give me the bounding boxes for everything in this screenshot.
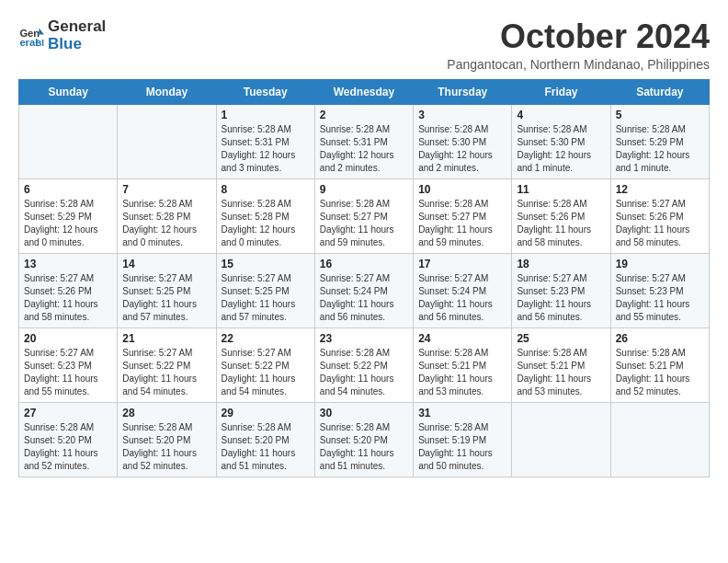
day-number: 18 (517, 258, 605, 270)
day-number: 29 (222, 407, 310, 419)
calendar-cell: 7Sunrise: 5:28 AM Sunset: 5:28 PM Daylig… (118, 178, 216, 253)
day-number: 2 (320, 109, 408, 121)
day-detail: Sunrise: 5:28 AM Sunset: 5:27 PM Dayligh… (320, 198, 408, 249)
day-number: 3 (418, 109, 506, 121)
calendar-cell: 4Sunrise: 5:28 AM Sunset: 5:30 PM Daylig… (512, 104, 610, 178)
day-detail: Sunrise: 5:27 AM Sunset: 5:25 PM Dayligh… (222, 272, 310, 324)
logo-icon: Gen eral Blue (18, 23, 44, 49)
calendar-cell: 19Sunrise: 5:27 AM Sunset: 5:23 PM Dayli… (610, 253, 709, 327)
day-number: 16 (320, 258, 408, 270)
day-number: 27 (24, 407, 112, 419)
calendar-cell: 27Sunrise: 5:28 AM Sunset: 5:20 PM Dayli… (19, 402, 118, 477)
logo: Gen eral Blue General Blue (18, 18, 106, 52)
day-number: 9 (320, 183, 408, 196)
day-detail: Sunrise: 5:28 AM Sunset: 5:21 PM Dayligh… (616, 347, 704, 398)
weekday-header-thursday: Thursday (414, 79, 512, 104)
day-detail: Sunrise: 5:27 AM Sunset: 5:22 PM Dayligh… (222, 347, 310, 398)
day-number: 20 (24, 332, 112, 345)
calendar-cell: 12Sunrise: 5:27 AM Sunset: 5:26 PM Dayli… (610, 178, 709, 253)
day-number: 14 (122, 258, 210, 270)
calendar-cell: 8Sunrise: 5:28 AM Sunset: 5:28 PM Daylig… (216, 178, 314, 253)
title-area: October 2024 Pangantocan, Northern Minda… (447, 18, 710, 72)
calendar-cell: 22Sunrise: 5:27 AM Sunset: 5:22 PM Dayli… (216, 327, 314, 402)
calendar-cell: 3Sunrise: 5:28 AM Sunset: 5:30 PM Daylig… (414, 104, 512, 178)
day-detail: Sunrise: 5:27 AM Sunset: 5:24 PM Dayligh… (418, 272, 506, 324)
day-detail: Sunrise: 5:27 AM Sunset: 5:22 PM Dayligh… (122, 347, 210, 398)
calendar-week-row: 27Sunrise: 5:28 AM Sunset: 5:20 PM Dayli… (19, 402, 710, 477)
day-detail: Sunrise: 5:27 AM Sunset: 5:26 PM Dayligh… (616, 198, 704, 249)
calendar-cell: 18Sunrise: 5:27 AM Sunset: 5:23 PM Dayli… (512, 253, 610, 327)
day-detail: Sunrise: 5:28 AM Sunset: 5:21 PM Dayligh… (517, 347, 605, 398)
day-number: 15 (222, 258, 310, 270)
day-detail: Sunrise: 5:28 AM Sunset: 5:29 PM Dayligh… (24, 198, 112, 249)
page-header: Gen eral Blue General Blue October 2024 … (18, 18, 710, 72)
calendar-cell: 30Sunrise: 5:28 AM Sunset: 5:20 PM Dayli… (314, 402, 413, 477)
day-detail: Sunrise: 5:27 AM Sunset: 5:26 PM Dayligh… (24, 272, 112, 324)
svg-text:Blue: Blue (35, 38, 44, 48)
day-detail: Sunrise: 5:28 AM Sunset: 5:20 PM Dayligh… (122, 421, 210, 473)
calendar-cell: 2Sunrise: 5:28 AM Sunset: 5:31 PM Daylig… (314, 104, 413, 178)
calendar-cell: 11Sunrise: 5:28 AM Sunset: 5:26 PM Dayli… (512, 178, 610, 253)
day-number: 25 (517, 332, 605, 345)
logo-line2: Blue (48, 36, 106, 53)
day-number: 11 (517, 183, 605, 196)
day-detail: Sunrise: 5:28 AM Sunset: 5:20 PM Dayligh… (320, 421, 408, 473)
day-number: 21 (122, 332, 210, 345)
calendar-cell: 15Sunrise: 5:27 AM Sunset: 5:25 PM Dayli… (216, 253, 314, 327)
calendar-cell (19, 104, 118, 178)
calendar-cell (118, 104, 216, 178)
calendar-cell (610, 402, 709, 477)
calendar-cell: 9Sunrise: 5:28 AM Sunset: 5:27 PM Daylig… (314, 178, 413, 253)
day-detail: Sunrise: 5:27 AM Sunset: 5:23 PM Dayligh… (517, 272, 605, 324)
calendar-cell: 20Sunrise: 5:27 AM Sunset: 5:23 PM Dayli… (19, 327, 118, 402)
day-number: 30 (320, 407, 408, 419)
day-number: 24 (418, 332, 506, 345)
day-number: 6 (24, 183, 112, 196)
calendar-cell: 31Sunrise: 5:28 AM Sunset: 5:19 PM Dayli… (414, 402, 512, 477)
calendar-cell: 17Sunrise: 5:27 AM Sunset: 5:24 PM Dayli… (414, 253, 512, 327)
calendar-week-row: 1Sunrise: 5:28 AM Sunset: 5:31 PM Daylig… (19, 104, 710, 178)
day-detail: Sunrise: 5:28 AM Sunset: 5:28 PM Dayligh… (222, 198, 310, 249)
day-detail: Sunrise: 5:27 AM Sunset: 5:25 PM Dayligh… (122, 272, 210, 324)
calendar-cell: 16Sunrise: 5:27 AM Sunset: 5:24 PM Dayli… (314, 253, 413, 327)
day-number: 23 (320, 332, 408, 345)
location-subtitle: Pangantocan, Northern Mindanao, Philippi… (447, 57, 710, 72)
day-detail: Sunrise: 5:28 AM Sunset: 5:22 PM Dayligh… (320, 347, 408, 398)
day-detail: Sunrise: 5:28 AM Sunset: 5:29 PM Dayligh… (616, 123, 704, 175)
day-detail: Sunrise: 5:28 AM Sunset: 5:26 PM Dayligh… (517, 198, 605, 249)
day-number: 31 (418, 407, 506, 419)
calendar-cell: 1Sunrise: 5:28 AM Sunset: 5:31 PM Daylig… (216, 104, 314, 178)
calendar-week-row: 20Sunrise: 5:27 AM Sunset: 5:23 PM Dayli… (19, 327, 710, 402)
calendar-cell: 28Sunrise: 5:28 AM Sunset: 5:20 PM Dayli… (118, 402, 216, 477)
day-number: 19 (616, 258, 704, 270)
day-number: 1 (222, 109, 310, 121)
day-number: 8 (222, 183, 310, 196)
calendar-table: SundayMondayTuesdayWednesdayThursdayFrid… (18, 79, 710, 477)
day-number: 10 (418, 183, 506, 196)
month-year-title: October 2024 (447, 18, 710, 55)
weekday-header-saturday: Saturday (610, 79, 709, 104)
day-detail: Sunrise: 5:28 AM Sunset: 5:21 PM Dayligh… (418, 347, 506, 398)
day-detail: Sunrise: 5:27 AM Sunset: 5:23 PM Dayligh… (24, 347, 112, 398)
calendar-cell: 23Sunrise: 5:28 AM Sunset: 5:22 PM Dayli… (314, 327, 413, 402)
day-number: 4 (517, 109, 605, 121)
calendar-cell: 6Sunrise: 5:28 AM Sunset: 5:29 PM Daylig… (19, 178, 118, 253)
weekday-header-friday: Friday (512, 79, 610, 104)
calendar-cell: 25Sunrise: 5:28 AM Sunset: 5:21 PM Dayli… (512, 327, 610, 402)
day-detail: Sunrise: 5:28 AM Sunset: 5:28 PM Dayligh… (122, 198, 210, 249)
calendar-cell: 14Sunrise: 5:27 AM Sunset: 5:25 PM Dayli… (118, 253, 216, 327)
weekday-header-wednesday: Wednesday (314, 79, 413, 104)
calendar-cell: 24Sunrise: 5:28 AM Sunset: 5:21 PM Dayli… (414, 327, 512, 402)
svg-marker-2 (39, 28, 44, 34)
day-detail: Sunrise: 5:28 AM Sunset: 5:31 PM Dayligh… (222, 123, 310, 175)
day-number: 28 (122, 407, 210, 419)
calendar-cell: 13Sunrise: 5:27 AM Sunset: 5:26 PM Dayli… (19, 253, 118, 327)
day-detail: Sunrise: 5:28 AM Sunset: 5:31 PM Dayligh… (320, 123, 408, 175)
day-number: 17 (418, 258, 506, 270)
day-detail: Sunrise: 5:28 AM Sunset: 5:20 PM Dayligh… (222, 421, 310, 473)
day-number: 13 (24, 258, 112, 270)
day-detail: Sunrise: 5:27 AM Sunset: 5:24 PM Dayligh… (320, 272, 408, 324)
day-number: 7 (122, 183, 210, 196)
day-detail: Sunrise: 5:28 AM Sunset: 5:19 PM Dayligh… (418, 421, 506, 473)
calendar-week-row: 13Sunrise: 5:27 AM Sunset: 5:26 PM Dayli… (19, 253, 710, 327)
